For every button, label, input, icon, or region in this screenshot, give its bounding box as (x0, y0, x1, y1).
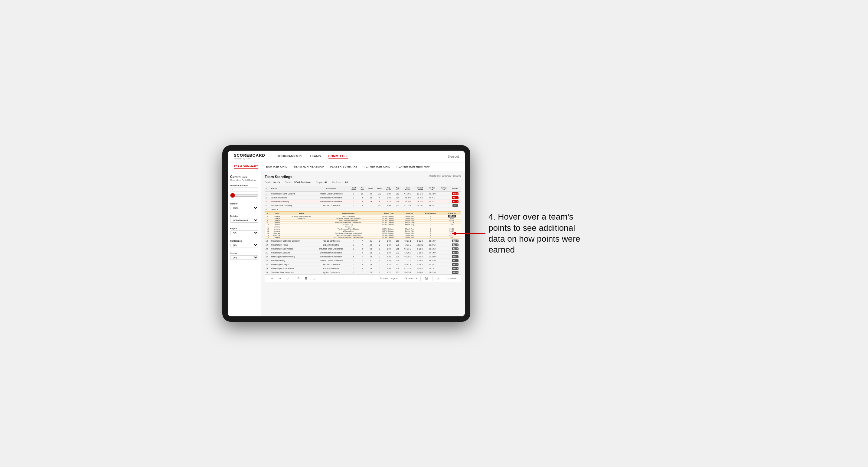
refresh-button[interactable]: ↺ (285, 276, 290, 281)
watch-button[interactable]: 👀 Watch ▾ (404, 277, 417, 280)
table-row: 1 University of North Carolina Atlantic … (265, 192, 461, 196)
sidebar-school: School (All) (230, 252, 258, 261)
tablet-screen: SCOREBOARD Powered by clippi TOURNAMENTS… (228, 151, 465, 316)
min-rounds-slider[interactable] (230, 193, 258, 198)
red-arrow (449, 227, 489, 240)
share-icon: ↗ (447, 277, 449, 280)
toolbar-right: 👁 View: Original 👀 Watch ▾ 💬 (380, 276, 456, 281)
table-row: 22 Mississippi State University Southeas… (265, 255, 461, 259)
points-badge[interactable]: 88.48 (452, 251, 459, 254)
copy-button[interactable]: ⧉ (297, 276, 301, 281)
col-conf-rank: ConfRank (349, 186, 358, 192)
col-low-score: LowScore (402, 186, 414, 192)
col-no-tour: NoTour (358, 186, 366, 192)
bottom-toolbar: ↩ ↪ ↺ ⧉ ☰ ⏱ 👁 View: Original (265, 274, 461, 282)
tooltip-row: 12 Univers The Cypress Point Classic NCA… (265, 228, 461, 230)
points-badge[interactable]: 79.5 (453, 204, 458, 207)
tooltip-row: 6 Univers Arizona State University Cabo … (265, 215, 461, 217)
filter-row: Gender: Men's Division: NCAA Division I … (265, 181, 461, 184)
sub-nav: TEAM SUMMARY TEAM H2H GRID TEAM H2H HEAT… (228, 162, 465, 171)
separator3 (421, 276, 421, 281)
col-adj-score: Adj.Score (384, 186, 394, 192)
nav-committee[interactable]: COMMITTEE (329, 154, 348, 159)
subnav-team-h2h-grid[interactable]: TEAM H2H GRID (264, 164, 288, 169)
update-time: Update time: 13/03/2024 10:03:42 (429, 175, 461, 177)
annotation-area: 4. Hover over a team's points to see add… (489, 211, 585, 256)
watch-chevron: ▾ (416, 277, 417, 280)
sidebar-conference: Conference (All) (230, 240, 258, 249)
col-school: School (270, 186, 313, 192)
col-rank: # (265, 186, 270, 192)
filter-region: Region: All (316, 181, 328, 184)
subnav-player-h2h-heatmap[interactable]: PLAYER H2H HEATMAP (397, 164, 430, 169)
sidebar-division: Division NCAA Division I NCAA Division I… (230, 215, 258, 224)
tooltip-row: 7 Univers University Southern Highlands … (265, 217, 461, 220)
points-badge[interactable]: 88.70 (452, 244, 459, 246)
school-label: School (230, 252, 258, 254)
table-row: 25 University of North Florida ASUN Conf… (265, 267, 461, 271)
nav-tournaments[interactable]: TOURNAMENTS (277, 154, 303, 159)
watch-icon: 👀 (404, 277, 407, 280)
annotation-text: 4. Hover over a team's points to see add… (489, 211, 585, 256)
col-points: Points (449, 186, 461, 192)
table-row: 23 Duke University Atlantic Coast Confer… (265, 259, 461, 262)
sign-out-button[interactable]: Sign out (444, 155, 459, 158)
points-badge[interactable]: 93.31 (452, 196, 459, 199)
conference-select[interactable]: (All) (230, 243, 258, 247)
undo-button[interactable]: ↩ (270, 276, 274, 281)
separator5 (444, 276, 444, 281)
tooltip-row: 8 Univers Amer Ari Intercollegiate NCAA … (265, 220, 461, 222)
tooltip-row: 15 East Ter OFCC Fighting Illini Invitat… (265, 235, 461, 237)
tooltip-table: # Team Event Event Division Event Type R… (265, 211, 461, 239)
table-row: 2 Auburn University Southeastern Confere… (265, 196, 461, 199)
panel-header: Team Standings Update time: 13/03/2024 1… (265, 175, 461, 179)
subnav-team-h2h-heatmap[interactable]: TEAM H2H HEATMAP (294, 164, 324, 169)
points-badge[interactable]: 88.54 (452, 263, 459, 266)
division-select[interactable]: NCAA Division I NCAA Division II NCAA Di… (230, 218, 258, 223)
expand-button[interactable]: ⤢ (436, 276, 441, 281)
comment-button[interactable]: 💬 (424, 276, 430, 281)
sidebar-gender: Gender Men's Women's (230, 203, 258, 212)
tooltip-row: 9 Univers National Invitational Tourname… (265, 222, 461, 224)
region-select[interactable]: N/A All (230, 230, 258, 235)
points-badge[interactable]: 88.71 (452, 259, 459, 262)
col-vs-top50: Vs Top50 (438, 186, 449, 192)
col-wins: Wins (375, 186, 384, 192)
tooltip-row: 14 Georgia Ben Hogan Collegiate Invitati… (265, 232, 461, 235)
col-rnds: Rnds (366, 186, 375, 192)
points-badge[interactable]: 83.81 (452, 255, 459, 258)
points-badge[interactable]: 88.94 (452, 271, 459, 274)
points-badge[interactable]: 83.89 (452, 267, 459, 270)
nav-links: TOURNAMENTS TEAMS COMMITTEE (277, 154, 435, 159)
view-original[interactable]: 👁 View: Original (380, 277, 398, 280)
table-row: 4 Arizona State University Pac-12 Confer… (265, 204, 461, 208)
table-row: 24 University of Oregon Pac-12 Conferenc… (265, 262, 461, 267)
share-button[interactable]: ↗ Share (447, 277, 456, 280)
table-row: 26 The Ohio State University Big Ten Con… (265, 271, 461, 274)
gender-select[interactable]: Men's Women's (230, 206, 258, 210)
division-label: Division (230, 215, 258, 217)
gender-label: Gender (230, 203, 258, 205)
table-row-highlighted: 3 Vanderbilt University Southeastern Con… (265, 199, 461, 204)
nav-teams[interactable]: TEAMS (310, 154, 321, 159)
subnav-player-h2h-grid[interactable]: PLAYER H2H GRID (364, 164, 391, 169)
tooltip-row: 11 Univers Florida I (265, 226, 461, 228)
table-row: 21 University of Alabama Southeastern Co… (265, 251, 461, 255)
sidebar-min-rounds: Minimum Rounds (230, 185, 258, 199)
clock-button[interactable]: ⏱ (311, 276, 317, 281)
points-badge[interactable]: 88.49 (452, 247, 459, 250)
tooltip-header-row: # Team Event Event Division Event Type R… (265, 211, 461, 239)
redo-button[interactable]: ↪ (277, 276, 282, 281)
table-row: 18 University of California, Berkeley Pa… (265, 239, 461, 243)
points-badge-active[interactable]: 90.32 (452, 200, 459, 203)
filter-conference: Conference: All (332, 181, 348, 184)
more-button[interactable]: ☰ (304, 276, 309, 281)
points-badge[interactable]: 97.02 (452, 192, 459, 195)
col-avg-sg: Avg.SG (394, 186, 402, 192)
view-icon: 👁 (380, 277, 382, 280)
points-badge[interactable]: 83.07 (452, 240, 459, 242)
subnav-team-summary[interactable]: TEAM SUMMARY (234, 164, 258, 169)
school-select[interactable]: (All) (230, 255, 258, 260)
min-rounds-input[interactable] (230, 188, 258, 191)
subnav-player-summary[interactable]: PLAYER SUMMARY (330, 164, 358, 169)
